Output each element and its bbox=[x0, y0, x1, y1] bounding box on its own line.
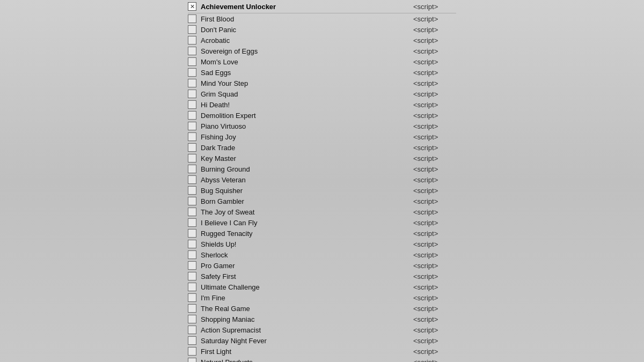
list-item[interactable]: Dark Trade<script> bbox=[188, 142, 456, 153]
list-item[interactable]: First Light<script> bbox=[188, 346, 456, 357]
item-checkbox[interactable] bbox=[188, 132, 196, 141]
header-checkbox[interactable]: ✕ bbox=[188, 2, 196, 11]
item-checkbox[interactable] bbox=[188, 326, 196, 334]
item-script: <script> bbox=[413, 219, 456, 227]
item-checkbox[interactable] bbox=[188, 25, 196, 34]
item-checkbox[interactable] bbox=[188, 218, 196, 227]
item-script: <script> bbox=[413, 283, 456, 291]
item-name: Bug Squisher bbox=[201, 187, 413, 195]
item-checkbox[interactable] bbox=[188, 14, 196, 23]
item-script: <script> bbox=[413, 112, 456, 120]
list-item[interactable]: Fishing Joy<script> bbox=[188, 131, 456, 142]
item-name: Pro Gamer bbox=[201, 262, 413, 270]
header-title: Achievement Unlocker bbox=[201, 3, 413, 11]
item-checkbox[interactable] bbox=[188, 250, 196, 259]
item-name: Dark Trade bbox=[201, 144, 413, 152]
list-item[interactable]: Hi Death!<script> bbox=[188, 99, 456, 110]
list-item[interactable]: Mind Your Step<script> bbox=[188, 78, 456, 88]
list-item[interactable]: Saturday Night Fever<script> bbox=[188, 335, 456, 346]
item-script: <script> bbox=[413, 315, 456, 323]
item-checkbox[interactable] bbox=[188, 208, 196, 216]
list-item[interactable]: Grim Squad<script> bbox=[188, 88, 456, 99]
list-item[interactable]: Action Supremacist<script> bbox=[188, 324, 456, 335]
item-name: I Believe I Can Fly bbox=[201, 219, 413, 227]
list-panel: ✕ Achievement Unlocker <script> First Bl… bbox=[188, 0, 456, 362]
item-script: <script> bbox=[413, 240, 456, 248]
list-item[interactable]: Ultimate Challenge<script> bbox=[188, 282, 456, 292]
item-checkbox[interactable] bbox=[188, 197, 196, 205]
item-script: <script> bbox=[413, 133, 456, 141]
item-checkbox[interactable] bbox=[188, 90, 196, 98]
item-checkbox[interactable] bbox=[188, 304, 196, 313]
list-item[interactable]: Abyss Veteran<script> bbox=[188, 174, 456, 185]
item-name: Fishing Joy bbox=[201, 133, 413, 141]
list-item[interactable]: Key Master<script> bbox=[188, 153, 456, 164]
list-item[interactable]: Bug Squisher<script> bbox=[188, 185, 456, 196]
list-item[interactable]: Piano Virtuoso<script> bbox=[188, 121, 456, 131]
item-checkbox[interactable] bbox=[188, 68, 196, 77]
list-item[interactable]: Sherlock<script> bbox=[188, 249, 456, 260]
item-script: <script> bbox=[413, 69, 456, 77]
item-checkbox[interactable] bbox=[188, 261, 196, 270]
item-name: Demolition Expert bbox=[201, 112, 413, 120]
item-checkbox[interactable] bbox=[188, 111, 196, 120]
item-checkbox[interactable] bbox=[188, 347, 196, 356]
item-checkbox[interactable] bbox=[188, 122, 196, 130]
item-name: Shields Up! bbox=[201, 240, 413, 248]
item-name: Rugged Tenacity bbox=[201, 230, 413, 238]
item-checkbox[interactable] bbox=[188, 272, 196, 280]
item-checkbox[interactable] bbox=[188, 315, 196, 323]
item-checkbox[interactable] bbox=[188, 47, 196, 55]
list-item[interactable]: Burning Ground<script> bbox=[188, 164, 456, 174]
list-item[interactable]: Shopping Maniac<script> bbox=[188, 314, 456, 324]
item-checkbox[interactable] bbox=[188, 358, 196, 362]
list-item[interactable]: I'm Fine<script> bbox=[188, 292, 456, 303]
item-script: <script> bbox=[413, 144, 456, 152]
item-script: <script> bbox=[413, 187, 456, 195]
item-name: Born Gambler bbox=[201, 197, 413, 205]
item-checkbox[interactable] bbox=[188, 57, 196, 66]
item-checkbox[interactable] bbox=[188, 79, 196, 87]
list-item[interactable]: Sovereign of Eggs<script> bbox=[188, 46, 456, 56]
item-checkbox[interactable] bbox=[188, 175, 196, 184]
list-item[interactable]: Demolition Expert<script> bbox=[188, 110, 456, 121]
list-item[interactable]: Sad Eggs<script> bbox=[188, 67, 456, 78]
list-item[interactable]: I Believe I Can Fly<script> bbox=[188, 217, 456, 228]
item-script: <script> bbox=[413, 58, 456, 66]
item-checkbox[interactable] bbox=[188, 36, 196, 45]
items-container: First Blood<script>Don't Panic<script>Ac… bbox=[188, 13, 456, 362]
item-name: Saturday Night Fever bbox=[201, 337, 413, 345]
item-checkbox[interactable] bbox=[188, 240, 196, 248]
list-item[interactable]: The Joy of Sweat<script> bbox=[188, 206, 456, 217]
item-name: First Blood bbox=[201, 15, 413, 23]
list-item[interactable]: Shields Up!<script> bbox=[188, 239, 456, 249]
item-checkbox[interactable] bbox=[188, 186, 196, 195]
item-script: <script> bbox=[413, 26, 456, 34]
item-checkbox[interactable] bbox=[188, 283, 196, 291]
item-script: <script> bbox=[413, 305, 456, 313]
item-checkbox[interactable] bbox=[188, 100, 196, 109]
item-checkbox[interactable] bbox=[188, 165, 196, 173]
item-script: <script> bbox=[413, 36, 456, 45]
item-script: <script> bbox=[413, 230, 456, 238]
list-item[interactable]: Natural Products<script> bbox=[188, 357, 456, 362]
list-item[interactable]: Rugged Tenacity<script> bbox=[188, 228, 456, 239]
item-checkbox[interactable] bbox=[188, 229, 196, 238]
item-script: <script> bbox=[413, 272, 456, 280]
item-checkbox[interactable] bbox=[188, 154, 196, 162]
list-item[interactable]: Safety First<script> bbox=[188, 271, 456, 282]
list-item[interactable]: Born Gambler<script> bbox=[188, 196, 456, 206]
list-item[interactable]: Pro Gamer<script> bbox=[188, 260, 456, 271]
item-script: <script> bbox=[413, 251, 456, 259]
item-name: Mom's Love bbox=[201, 58, 413, 66]
item-checkbox[interactable] bbox=[188, 293, 196, 302]
header-script: <script> bbox=[413, 3, 456, 11]
item-checkbox[interactable] bbox=[188, 336, 196, 345]
item-checkbox[interactable] bbox=[188, 143, 196, 152]
item-script: <script> bbox=[413, 326, 456, 334]
list-item[interactable]: Acrobatic<script> bbox=[188, 35, 456, 46]
list-item[interactable]: The Real Game<script> bbox=[188, 303, 456, 314]
list-item[interactable]: Don't Panic<script> bbox=[188, 24, 456, 35]
list-item[interactable]: First Blood<script> bbox=[188, 13, 456, 24]
list-item[interactable]: Mom's Love<script> bbox=[188, 56, 456, 67]
